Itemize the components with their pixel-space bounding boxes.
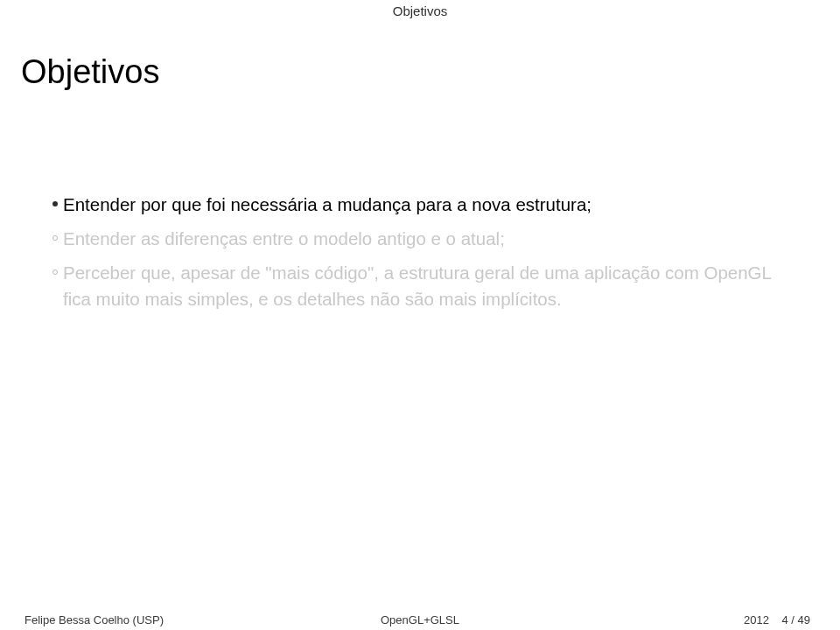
footer: Felipe Bessa Coelho (USP) OpenGL+GLSL 20… bbox=[0, 613, 840, 626]
footer-page-info: 2012 4 / 49 bbox=[744, 613, 810, 626]
list-item-text: Entender as diferenças entre o modelo an… bbox=[63, 226, 793, 253]
list-item-text: Perceber que, apesar de "mais código", a… bbox=[63, 260, 793, 314]
list-item-text: Entender por que foi necessária a mudanç… bbox=[63, 192, 793, 219]
footer-page-current: 4 bbox=[781, 613, 788, 626]
footer-page-total: 49 bbox=[798, 613, 810, 626]
footer-year: 2012 bbox=[744, 613, 769, 626]
bullet-icon bbox=[47, 270, 63, 275]
slide: Objetivos Objetivos Entender por que foi… bbox=[0, 0, 840, 630]
bullet-icon bbox=[47, 201, 63, 206]
footer-author: Felipe Bessa Coelho (USP) bbox=[24, 613, 164, 626]
slide-title: Objetivos bbox=[21, 53, 840, 91]
bullet-icon bbox=[47, 235, 63, 241]
header-section-label: Objetivos bbox=[0, 0, 840, 18]
list-item: Entender as diferenças entre o modelo an… bbox=[47, 226, 793, 253]
list-item: Perceber que, apesar de "mais código", a… bbox=[47, 260, 793, 314]
footer-title: OpenGL+GLSL bbox=[381, 613, 459, 626]
list-item: Entender por que foi necessária a mudanç… bbox=[47, 192, 793, 219]
content-area: Entender por que foi necessária a mudanç… bbox=[47, 192, 793, 313]
